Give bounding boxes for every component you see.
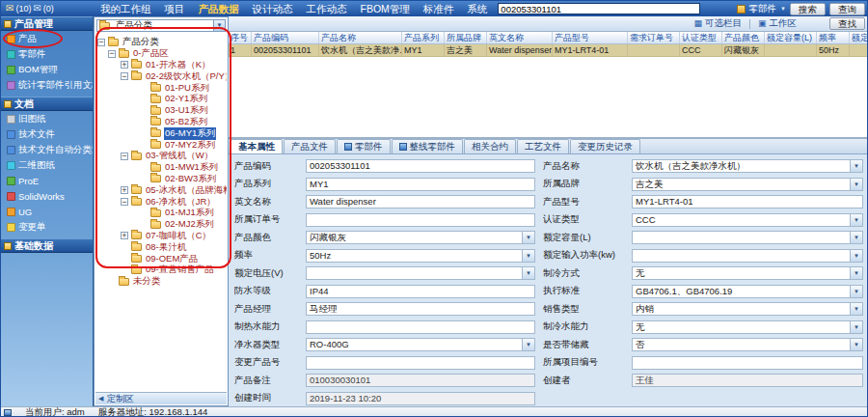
sidebar-item[interactable]: 二维图纸: [1, 157, 93, 173]
tree-node[interactable]: 03-U1系列: [95, 105, 227, 117]
menu-item[interactable]: 工作动态: [300, 1, 354, 16]
menu-item[interactable]: 标准件: [417, 1, 461, 16]
form-field[interactable]: 无: [632, 320, 863, 334]
tree-node[interactable]: 01-开水器（K）: [95, 60, 227, 71]
form-field[interactable]: 无: [632, 266, 863, 280]
tree-expander-icon[interactable]: [121, 186, 128, 194]
sidebar-section-product-mgmt[interactable]: 产品管理: [1, 16, 93, 31]
sidebar-item[interactable]: 统计零部件引用文档: [1, 77, 93, 93]
table-header-cell[interactable]: 英文名称: [487, 32, 553, 43]
form-field[interactable]: 王佳: [632, 374, 863, 387]
tree-node[interactable]: 07-咖啡机（C）: [95, 231, 227, 242]
sidebar-section-documents[interactable]: 文档: [1, 97, 93, 111]
table-header-cell[interactable]: 额定电压(V): [850, 32, 868, 43]
form-field[interactable]: 饮水机（吉之美款净水机）: [632, 159, 863, 173]
form-field[interactable]: MY1-LRT4-01: [632, 195, 863, 208]
find-button[interactable]: 查找: [829, 17, 865, 30]
sidebar-item[interactable]: 旧图纸: [1, 111, 93, 126]
form-field[interactable]: IP44: [306, 285, 535, 298]
form-field[interactable]: [306, 320, 535, 334]
tree-node[interactable]: 02-Y1系列: [95, 94, 227, 105]
global-search-input[interactable]: [498, 3, 700, 14]
tree-expander-icon[interactable]: [121, 72, 128, 80]
menu-item[interactable]: 产品数据: [192, 1, 246, 16]
tree-node[interactable]: 07-MY2系列: [95, 139, 227, 151]
table-header-cell[interactable]: 产品系列: [402, 32, 445, 43]
tree-node[interactable]: 09-直营销售产品: [95, 264, 227, 276]
sidebar-item[interactable]: 技术文件: [1, 126, 93, 142]
tree-node[interactable]: 02-MJ2系列: [95, 219, 227, 231]
chevron-down-icon[interactable]: ▼: [213, 20, 225, 31]
tree-node[interactable]: 06-净水机（JR）: [95, 196, 227, 208]
detail-tab[interactable]: 产品文件: [284, 139, 336, 153]
detail-tab[interactable]: 变更历史记录: [570, 139, 640, 153]
tree-node[interactable]: 产品分类: [95, 37, 227, 48]
form-field[interactable]: 010030030101: [306, 374, 535, 387]
tree-expander-icon[interactable]: [97, 39, 105, 46]
search-button[interactable]: 搜索: [790, 3, 826, 15]
form-field[interactable]: 否: [632, 338, 863, 351]
mail-icon[interactable]: ✉: [6, 4, 14, 14]
detail-tab[interactable]: 基本属性: [231, 139, 283, 153]
table-header-cell[interactable]: 认证类型: [680, 32, 722, 43]
category-combo[interactable]: 产品分类 ▼: [96, 19, 226, 32]
form-field[interactable]: GB4706.1、GB4706.19: [632, 285, 863, 298]
sidebar-item[interactable]: ProE: [1, 173, 93, 188]
tree-node[interactable]: 08-果汁机: [95, 241, 227, 253]
menu-item[interactable]: 项目: [158, 1, 192, 16]
table-header-cell[interactable]: 所属品牌: [445, 32, 487, 43]
form-field[interactable]: 002053301101: [306, 159, 535, 173]
menu-item[interactable]: FBOM管理: [354, 1, 417, 16]
table-header-cell[interactable]: 序号: [229, 32, 252, 43]
table-header-cell[interactable]: 产品名称: [319, 32, 402, 43]
form-field[interactable]: Water dispenser: [306, 195, 535, 208]
tree-node[interactable]: 05-冰水机（品牌海料）（UT）: [95, 184, 227, 196]
tree-node[interactable]: 03-管线机（W）: [95, 151, 227, 162]
form-field[interactable]: 2019-11-23 10:20: [306, 392, 535, 405]
form-field[interactable]: 马经理: [306, 302, 535, 316]
sidebar-item[interactable]: 技术文件自动分类浏览: [1, 142, 93, 157]
table-header-cell[interactable]: 频率: [817, 32, 850, 43]
table-header-cell[interactable]: 需求订单号: [628, 32, 680, 43]
form-field[interactable]: [632, 231, 863, 244]
form-field[interactable]: 闪藏银灰: [306, 231, 535, 244]
detail-tab[interactable]: 工艺文件: [517, 139, 569, 153]
tree-node[interactable]: 01-MW1系列: [95, 162, 227, 174]
tree-node[interactable]: 01-MJ1系列: [95, 208, 227, 219]
tree-node[interactable]: 02-2级饮水机（P/Y）: [95, 70, 227, 82]
query-button[interactable]: 查询: [829, 3, 865, 15]
tree-node[interactable]: 06-MY1系列: [95, 127, 227, 139]
form-field[interactable]: 内销: [632, 302, 863, 316]
sidebar-item[interactable]: UG: [1, 204, 93, 219]
tree-expander-icon[interactable]: [108, 50, 116, 58]
tree-node[interactable]: 01-PU系列: [95, 82, 227, 94]
detail-tab[interactable]: 整线零部件: [392, 139, 464, 153]
tree-expander-icon[interactable]: [121, 61, 128, 69]
form-field[interactable]: [632, 249, 863, 263]
form-field[interactable]: RO-400G: [306, 338, 535, 351]
optional-columns-button[interactable]: ▦ 可选栏目: [693, 17, 742, 30]
tree-node[interactable]: 05-B2系列: [95, 117, 227, 128]
form-field[interactable]: CCC: [632, 213, 863, 227]
form-field[interactable]: 吉之美: [632, 178, 863, 191]
tab-custom-area[interactable]: 定制区: [106, 393, 134, 405]
sidebar-section-base-data[interactable]: 基础数据: [1, 238, 93, 253]
sidebar-item[interactable]: SolidWorks: [1, 188, 93, 204]
form-field[interactable]: [632, 356, 863, 370]
workspace-button[interactable]: ▣ 工作区: [758, 17, 797, 30]
menu-item[interactable]: 我的工作组: [94, 1, 158, 16]
search-scope-label[interactable]: 零部件: [749, 3, 777, 15]
form-field[interactable]: [306, 356, 535, 370]
tree-node[interactable]: 09-OEM产品: [95, 253, 227, 264]
form-field[interactable]: MY1: [306, 178, 535, 191]
table-row[interactable]: 1 002053301101 饮水机（吉之美款净… MY1 吉之美 Water …: [229, 44, 868, 57]
detail-tab[interactable]: 相关合约: [464, 139, 516, 153]
tree-expander-icon[interactable]: [121, 198, 128, 206]
form-field[interactable]: 50Hz: [306, 249, 535, 263]
menu-item[interactable]: 系统: [460, 1, 494, 16]
sidebar-item[interactable]: BOM管理: [1, 62, 93, 77]
tree-node[interactable]: 未分类: [95, 276, 227, 288]
chevron-down-icon[interactable]: ▼: [780, 6, 786, 12]
sidebar-item[interactable]: 变更单: [1, 219, 93, 235]
table-header-cell[interactable]: 额定容量(L): [765, 32, 817, 43]
